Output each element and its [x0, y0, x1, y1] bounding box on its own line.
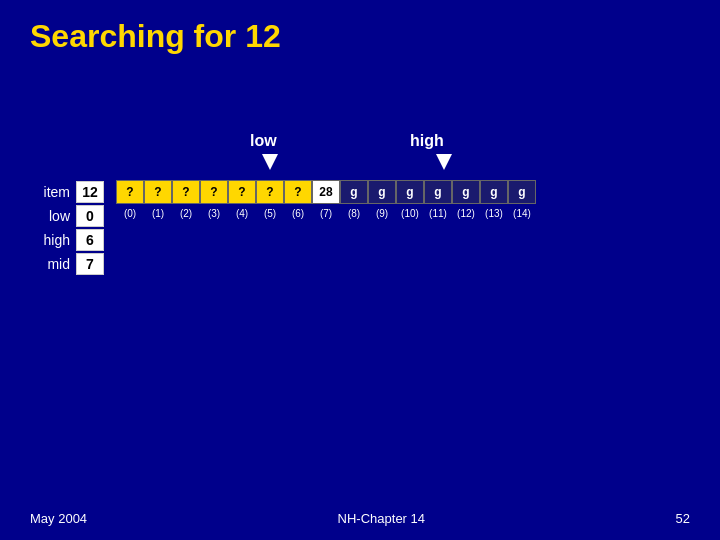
array-section: ???????28ggggggg (0)(1)(2)(3)(4)(5)(6)(7…	[116, 180, 536, 222]
array-cell: g	[452, 180, 480, 204]
array-cell: 28	[312, 180, 340, 204]
array-index: (0)	[116, 204, 144, 222]
footer-date: May 2004	[30, 511, 87, 526]
low-arrow-icon	[262, 154, 278, 170]
array-index: (10)	[396, 204, 424, 222]
array-cell: g	[396, 180, 424, 204]
diagram-area: low high item 12 low 0 high 6 mid 7	[30, 120, 690, 276]
index-row: (0)(1)(2)(3)(4)(5)(6)(7)(8)(9)(10)(11)(1…	[116, 204, 536, 222]
array-cells: ???????28ggggggg	[116, 180, 536, 204]
array-cell: ?	[200, 180, 228, 204]
array-cell: ?	[116, 180, 144, 204]
high-arrow-icon	[436, 154, 452, 170]
labels-row: low high	[30, 120, 690, 150]
item-row: item 12	[30, 180, 104, 204]
high-row: high 6	[30, 228, 104, 252]
low-label: low	[250, 132, 277, 150]
mid-row: mid 7	[30, 252, 104, 276]
high-info-label: high	[30, 232, 70, 248]
array-index: (13)	[480, 204, 508, 222]
page-title: Searching for 12	[30, 18, 281, 55]
array-cell: g	[480, 180, 508, 204]
array-index: (12)	[452, 204, 480, 222]
array-cell: ?	[256, 180, 284, 204]
array-index: (3)	[200, 204, 228, 222]
array-index: (5)	[256, 204, 284, 222]
item-value: 12	[76, 181, 104, 203]
array-index: (7)	[312, 204, 340, 222]
info-and-array: item 12 low 0 high 6 mid 7 ???????28gggg…	[30, 180, 690, 276]
item-label: item	[30, 184, 70, 200]
array-cell: g	[340, 180, 368, 204]
array-cell: ?	[228, 180, 256, 204]
array-index: (4)	[228, 204, 256, 222]
array-cell: ?	[172, 180, 200, 204]
high-label: high	[410, 132, 444, 150]
array-index: (6)	[284, 204, 312, 222]
array-cell: g	[368, 180, 396, 204]
array-index: (1)	[144, 204, 172, 222]
array-index: (14)	[508, 204, 536, 222]
high-info-value: 6	[76, 229, 104, 251]
array-cell: ?	[144, 180, 172, 204]
mid-label: mid	[30, 256, 70, 272]
array-cell: ?	[284, 180, 312, 204]
info-table: item 12 low 0 high 6 mid 7	[30, 180, 104, 276]
array-index: (9)	[368, 204, 396, 222]
arrows-row	[30, 154, 690, 178]
low-info-label: low	[30, 208, 70, 224]
array-cell: g	[508, 180, 536, 204]
array-index: (8)	[340, 204, 368, 222]
array-index: (11)	[424, 204, 452, 222]
low-row: low 0	[30, 204, 104, 228]
low-info-value: 0	[76, 205, 104, 227]
array-cell: g	[424, 180, 452, 204]
footer-page: 52	[676, 511, 690, 526]
footer-chapter: NH-Chapter 14	[338, 511, 425, 526]
mid-value: 7	[76, 253, 104, 275]
array-index: (2)	[172, 204, 200, 222]
footer: May 2004 NH-Chapter 14 52	[30, 511, 690, 526]
